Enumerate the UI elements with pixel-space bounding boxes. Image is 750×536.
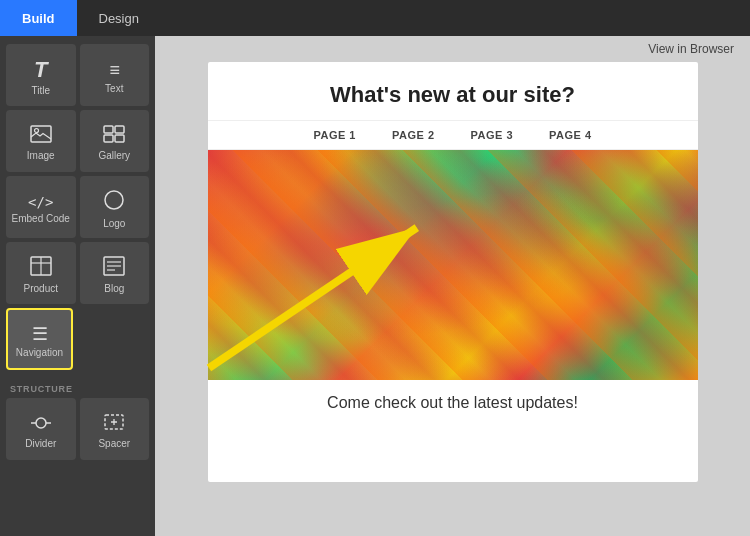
sidebar-item-navigation[interactable]: ☰ Navigation <box>6 308 73 370</box>
sidebar-item-product[interactable]: Product <box>6 242 76 304</box>
sidebar-item-label: Image <box>27 150 55 161</box>
nav-item-page3[interactable]: PAGE 3 <box>471 129 514 141</box>
canvas: What's new at our site? PAGE 1 PAGE 2 PA… <box>208 62 698 482</box>
content-toolbar: View in Browser <box>155 36 750 62</box>
sidebar-item-label: Navigation <box>16 347 63 358</box>
nav-item-page1[interactable]: PAGE 1 <box>313 129 356 141</box>
main-layout: T Title ≡ Text Image <box>0 36 750 536</box>
sidebar-item-label: Text <box>105 83 123 94</box>
sidebar-item-label: Gallery <box>98 150 130 161</box>
sidebar-item-label: Title <box>31 85 50 96</box>
sidebar-item-label: Product <box>24 283 58 294</box>
svg-point-14 <box>36 418 46 428</box>
sidebar-item-text[interactable]: ≡ Text <box>80 44 150 106</box>
divider-icon <box>30 414 52 434</box>
svg-rect-3 <box>115 126 124 133</box>
structure-section-label: STRUCTURE <box>6 378 149 398</box>
svg-rect-4 <box>104 135 113 142</box>
embed-code-icon: </> <box>28 195 53 209</box>
sidebar-grid-structure: Divider Spacer <box>6 398 149 460</box>
svg-rect-2 <box>104 126 113 133</box>
sidebar-item-logo[interactable]: Logo <box>80 176 150 238</box>
spacer-icon <box>103 413 125 434</box>
sidebar-item-embed-code[interactable]: </> Embed Code <box>6 176 76 238</box>
sidebar-item-blog[interactable]: Blog <box>80 242 150 304</box>
view-in-browser-link[interactable]: View in Browser <box>648 42 734 56</box>
tab-design[interactable]: Design <box>77 0 161 36</box>
product-icon <box>30 256 52 279</box>
sidebar-item-label: Logo <box>103 218 125 229</box>
navigation-icon: ☰ <box>32 325 48 343</box>
sidebar-grid-top: T Title ≡ Text Image <box>6 44 149 304</box>
sidebar: T Title ≡ Text Image <box>0 36 155 536</box>
sidebar-item-image[interactable]: Image <box>6 110 76 172</box>
blog-icon <box>103 256 125 279</box>
nav-item-page2[interactable]: PAGE 2 <box>392 129 435 141</box>
sidebar-item-label: Blog <box>104 283 124 294</box>
sidebar-item-label: Spacer <box>98 438 130 449</box>
canvas-wrapper: What's new at our site? PAGE 1 PAGE 2 PA… <box>155 62 750 536</box>
sidebar-item-divider[interactable]: Divider <box>6 398 76 460</box>
text-icon: ≡ <box>109 61 119 79</box>
nav-item-page4[interactable]: PAGE 4 <box>549 129 592 141</box>
sidebar-item-gallery[interactable]: Gallery <box>80 110 150 172</box>
sidebar-item-label: Embed Code <box>12 213 70 224</box>
content-area: View in Browser What's new at our site? … <box>155 36 750 536</box>
title-icon: T <box>34 59 47 81</box>
svg-point-6 <box>105 191 123 209</box>
svg-point-1 <box>34 129 38 133</box>
top-bar: Build Design <box>0 0 750 36</box>
sidebar-item-title[interactable]: T Title <box>6 44 76 106</box>
canvas-nav-bar: PAGE 1 PAGE 2 PAGE 3 PAGE 4 <box>208 120 698 150</box>
svg-rect-5 <box>115 135 124 142</box>
sidebar-item-label: Divider <box>25 438 56 449</box>
sidebar-item-spacer[interactable]: Spacer <box>80 398 150 460</box>
canvas-heading: What's new at our site? <box>208 62 698 120</box>
logo-icon <box>103 189 125 214</box>
image-icon <box>30 125 52 146</box>
canvas-image <box>208 150 698 380</box>
gallery-icon <box>103 125 125 146</box>
canvas-footer: Come check out the latest updates! <box>208 380 698 426</box>
tab-build[interactable]: Build <box>0 0 77 36</box>
